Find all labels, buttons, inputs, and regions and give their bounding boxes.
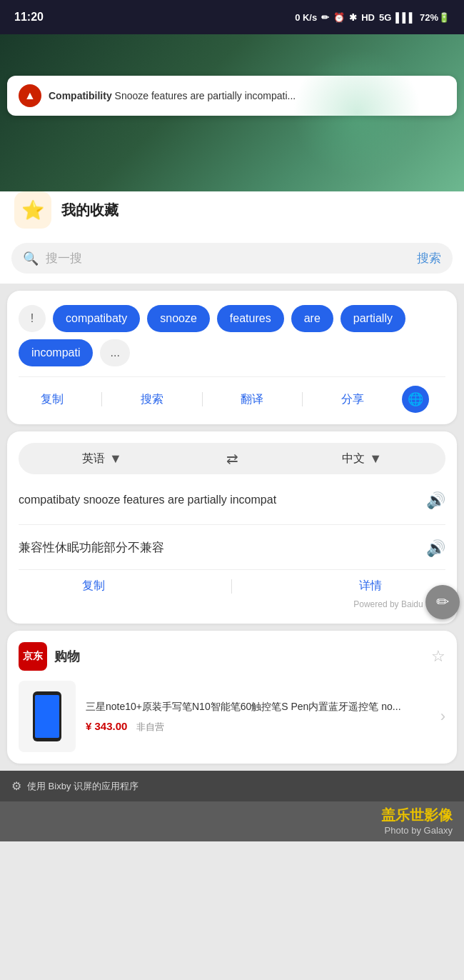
collections-icon: ⭐ [14,191,51,229]
product-info: 三星note10+原装手写笔N10智能笔60触控笔S Pen内置蓝牙遥控笔 no… [86,699,430,734]
compat-text: Compatibility Snooze features are partia… [49,90,296,101]
network-icon: 0 K/s [295,12,317,23]
globe-icon[interactable]: 🌐 [402,386,429,413]
hd-badge: HD [361,12,375,23]
source-lang-arrow: ▼ [109,451,122,466]
compatibility-banner: ▲ Compatibility Snooze features are part… [7,76,457,116]
translate-divider [19,524,445,525]
source-lang-label: 英语 [82,451,105,466]
lang-switcher: 英语 ▼ ⇄ 中文 ▼ [19,443,445,474]
shopping-brand: 京东 购物 [19,642,80,671]
watermark: 盖乐世影像 Photo by Galaxy [0,801,464,841]
bixby-icon: ⚙ [11,779,21,793]
copy-action[interactable]: 复制 [35,389,69,410]
search-icon: 🔍 [23,251,39,266]
product-image [19,681,76,752]
share-action[interactable]: 分享 [336,389,370,410]
signal-icon: ▌▌▌ [395,12,415,23]
search-bar[interactable]: 🔍 搜一搜 搜索 [11,243,453,274]
status-time: 11:20 [14,11,44,24]
target-lang-arrow: ▼ [369,451,382,466]
translate-action-divider [231,579,232,594]
bottom-text: 使用 Bixby 识屏的应用程序 [27,780,138,793]
source-lang-btn[interactable]: 英语 ▼ [82,451,122,466]
translate-result-row: 兼容性休眠功能部分不兼容 🔊 [19,536,445,569]
search-input[interactable]: 搜一搜 [46,250,410,266]
tags-row: ! compatibaty snooze features are partia… [19,302,445,374]
translate-actions: 复制 详情 [19,569,445,594]
watermark-main: 盖乐世影像 [11,806,453,825]
tags-action-row: 复制 搜索 翻译 分享 🌐 [19,376,445,413]
product-price: ¥ 343.00 非自营 [86,720,430,734]
tag-more[interactable]: ... [100,339,129,366]
wallpaper: ▲ Compatibility Snooze features are part… [0,34,464,191]
price-value: ¥ 343.00 [86,720,127,732]
translate-action[interactable]: 翻译 [235,389,269,410]
swap-lang-icon[interactable]: ⇄ [226,450,238,467]
speaker-result-icon[interactable]: 🔊 [426,539,445,558]
status-bar: 11:20 0 K/s ✏ ⏰ ✱ HD 5G ▌▌▌ 72%🔋 [0,0,464,34]
shopping-header: 京东 购物 ☆ [19,642,445,671]
tag-snooze[interactable]: snooze [147,305,210,332]
tag-are[interactable]: are [291,305,333,332]
phone-illustration [33,691,61,741]
divider-1 [101,392,102,406]
status-icons: 0 K/s ✏ ⏰ ✱ HD 5G ▌▌▌ 72%🔋 [295,12,450,23]
divider-3 [302,392,303,406]
watermark-sub: Photo by Galaxy [11,825,453,836]
product-badge: 非自营 [136,721,164,732]
tag-partially[interactable]: partially [341,305,405,332]
translator-card: 英语 ▼ ⇄ 中文 ▼ compatibaty snooze features … [7,431,457,624]
search-bar-container: 🔍 搜一搜 搜索 [0,236,464,284]
translate-source-text: compatibaty snooze features are partiall… [19,491,420,509]
translate-copy-btn[interactable]: 复制 [82,579,105,594]
search-action[interactable]: 搜索 [135,389,169,410]
bottom-bar: ⚙ 使用 Bixby 识屏的应用程序 [0,771,464,801]
product-row[interactable]: 三星note10+原装手写笔N10智能笔60触控笔S Pen内置蓝牙遥控笔 no… [19,681,445,752]
product-name: 三星note10+原装手写笔N10智能笔60触控笔S Pen内置蓝牙遥控笔 no… [86,699,430,714]
edit-icon: ✏ [321,12,329,23]
translate-detail-btn[interactable]: 详情 [359,579,382,594]
translate-result-text: 兼容性休眠功能部分不兼容 [19,539,420,556]
compat-warning-icon: ▲ [19,84,41,107]
collections-title: 我的收藏 [61,201,118,220]
tags-card: ! compatibaty snooze features are partia… [7,291,457,424]
jd-logo: 京东 [19,642,47,671]
target-lang-btn[interactable]: 中文 ▼ [342,451,382,466]
tag-incompati[interactable]: incompati [19,339,93,366]
product-arrow-icon[interactable]: › [440,707,445,726]
target-lang-label: 中文 [342,451,365,466]
speaker-source-icon[interactable]: 🔊 [426,491,445,510]
edit-fab[interactable]: ✏ [425,585,460,619]
bluetooth-icon: ✱ [349,12,357,23]
divider-2 [202,392,203,406]
favorite-icon[interactable]: ☆ [431,647,445,666]
network-5g: 5G [379,12,391,23]
search-button[interactable]: 搜索 [417,250,441,266]
tag-features[interactable]: features [217,305,284,332]
tag-exclaim[interactable]: ! [19,305,46,332]
powered-by: Powered by Baidu Brain [19,594,445,612]
translate-source-row: compatibaty snooze features are partiall… [19,486,445,521]
battery-icon: 72%🔋 [420,12,450,23]
shopping-label: 购物 [54,648,80,665]
alarm-icon: ⏰ [333,12,345,23]
tag-compatibaty[interactable]: compatibaty [53,305,140,332]
shopping-card: 京东 购物 ☆ 三星note10+原装手写笔N10智能笔60触控笔S Pen内置… [7,631,457,764]
